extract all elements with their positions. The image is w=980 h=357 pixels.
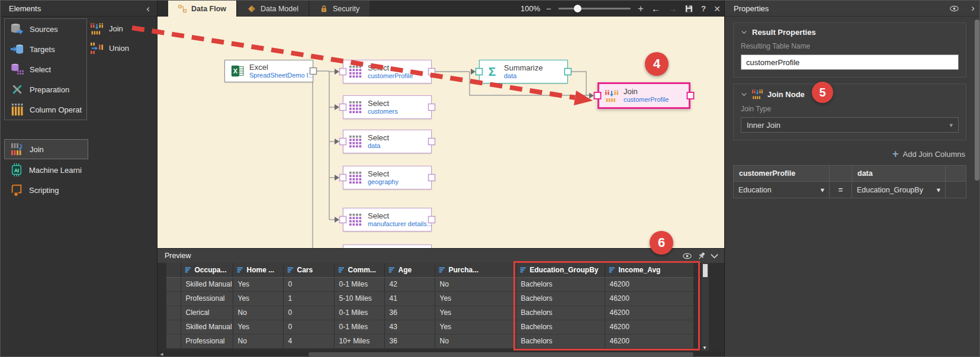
data-flow-icon xyxy=(178,5,187,13)
column-header-education-groupby[interactable]: Education_GroupBy xyxy=(516,263,605,277)
sidebar-item-sources[interactable]: Sources xyxy=(5,19,86,39)
left-column-dropdown[interactable]: Education ▾ xyxy=(738,185,824,194)
help-button[interactable]: ? xyxy=(701,5,706,13)
caret-down-icon: ▾ xyxy=(937,185,940,194)
node-subtitle: SpreadSheetDemo I... xyxy=(249,72,314,79)
sidebar-item-preparation[interactable]: Preparation xyxy=(5,79,86,99)
join-node-header[interactable]: Join Node xyxy=(741,89,959,99)
sidebar-item-join[interactable]: Join xyxy=(4,139,88,159)
join-node-section: Join Node Join Type Inner Join ▾ xyxy=(733,83,966,140)
redo-button[interactable]: → xyxy=(668,4,677,13)
column-header-cars[interactable]: Cars xyxy=(283,263,334,277)
eye-icon[interactable] xyxy=(682,251,692,261)
preview-header: Preview xyxy=(158,248,724,263)
join-left-table-header: customerProfile xyxy=(734,166,830,182)
node-partial-clipped[interactable] xyxy=(343,245,432,248)
horizontal-scrollbar[interactable]: ◄ xyxy=(158,351,724,357)
caret-down-icon: ▾ xyxy=(949,121,953,129)
data-flow-canvas[interactable]: Excel SpreadSheetDemo I... Select custom… xyxy=(158,17,724,248)
properties-header: Properties › xyxy=(725,1,980,17)
sidebar-item-targets[interactable]: Targets xyxy=(5,39,86,59)
node-select-customers[interactable]: Select customers xyxy=(343,95,432,119)
pin-icon[interactable] xyxy=(696,251,706,261)
sidebar-item-scripting[interactable]: Scripting xyxy=(4,180,87,200)
vertical-scrollbar-thumb[interactable] xyxy=(703,264,708,277)
node-subtitle: customerProfile xyxy=(624,96,669,104)
tab-data-model[interactable]: Data Model xyxy=(237,1,309,17)
join-columns-table: customerProfile data Education ▾ xyxy=(733,165,966,198)
scroll-down-arrow[interactable]: ▼ xyxy=(702,345,707,350)
step-badge-6: 6 xyxy=(650,231,673,255)
flyout-item-label: Union xyxy=(109,44,129,53)
sidebar-item-select[interactable]: Select xyxy=(5,59,86,79)
chevron-down-icon[interactable] xyxy=(709,251,719,261)
tab-label: Data Model xyxy=(261,5,298,13)
column-header-commute[interactable]: Comm... xyxy=(334,263,384,277)
zoom-slider-handle[interactable] xyxy=(574,5,581,12)
undo-button[interactable]: ← xyxy=(651,4,660,13)
properties-scrollbar[interactable] xyxy=(975,18,979,353)
node-summarize-data[interactable]: Σ Summarize data xyxy=(479,60,568,83)
step-badge-4: 4 xyxy=(645,52,669,76)
tab-label: Data Flow xyxy=(191,5,226,13)
join-right-table-header: data xyxy=(852,166,946,182)
node-select-manufacturer-details[interactable]: Select manufacturer details... xyxy=(343,208,432,231)
zoom-in-button[interactable]: + xyxy=(638,4,644,14)
node-join-customerprofile[interactable]: Join customerProfile xyxy=(597,82,690,109)
column-header-occupation[interactable]: Occupa... xyxy=(181,263,233,277)
vertical-scrollbar[interactable]: ▼ xyxy=(702,263,709,351)
tab-security[interactable]: Security xyxy=(310,1,369,17)
table-row: ProfessionalNo410+ Miles36NoBachelors462… xyxy=(166,334,693,348)
horizontal-scrollbar-thumb[interactable] xyxy=(309,352,693,356)
join-icon xyxy=(11,143,24,156)
zoom-slider[interactable] xyxy=(558,8,631,9)
union-element-icon xyxy=(91,42,103,54)
sort-icon xyxy=(520,266,527,274)
grid-icon xyxy=(349,171,362,184)
targets-icon xyxy=(11,43,24,56)
sidebar-item-machine-learning[interactable]: Machine Learni... xyxy=(4,160,87,180)
resulting-table-name-input[interactable] xyxy=(741,54,959,70)
sidebar-item-label: Sources xyxy=(30,25,58,34)
collapse-sidebar-icon[interactable]: ‹ xyxy=(146,4,150,14)
tab-data-flow[interactable]: Data Flow xyxy=(168,1,236,17)
node-excel-source[interactable]: Excel SpreadSheetDemo I... xyxy=(224,60,313,82)
node-title: Join xyxy=(624,88,669,96)
table-row: Skilled ManualYes00-1 Miles42NoBachelors… xyxy=(166,277,693,291)
join-column-row: Education ▾ = Education_GroupBy ▾ xyxy=(734,182,966,198)
security-icon xyxy=(320,5,328,13)
right-column-dropdown[interactable]: Education_GroupBy ▾ xyxy=(857,185,940,194)
save-button[interactable] xyxy=(685,4,693,13)
join-type-dropdown[interactable]: Inner Join ▾ xyxy=(741,117,959,133)
sort-icon xyxy=(185,266,192,274)
add-join-columns-label: Add Join Columns xyxy=(903,150,966,159)
column-header-home[interactable]: Home ... xyxy=(233,263,283,277)
sidebar-title: Elements xyxy=(9,4,41,13)
node-select-geography[interactable]: Select geography xyxy=(343,166,432,189)
properties-scrollbar-thumb[interactable] xyxy=(975,20,979,181)
chevron-down-icon xyxy=(741,29,747,36)
result-properties-header[interactable]: Result Properties xyxy=(741,28,959,37)
expand-panel-icon[interactable]: › xyxy=(971,2,975,14)
node-subtitle: data xyxy=(368,142,389,150)
preview-panel: Preview Occupa... Home ... Cars Comm... … xyxy=(158,248,724,357)
add-join-columns-button[interactable]: + Add Join Columns xyxy=(733,149,965,159)
node-subtitle: data xyxy=(504,72,543,80)
sigma-icon: Σ xyxy=(486,65,499,78)
column-header-age[interactable]: Age xyxy=(384,263,435,277)
flyout-item-union[interactable]: Union xyxy=(88,38,157,58)
flyout-item-join[interactable]: Join xyxy=(88,19,157,38)
column-header-income-avg[interactable]: Income_Avg xyxy=(605,263,693,277)
close-button[interactable]: ✕ xyxy=(714,5,721,13)
node-select-data[interactable]: Select data xyxy=(343,130,432,153)
scroll-left-arrow[interactable]: ◄ xyxy=(159,352,164,357)
join-flyout: Join Union xyxy=(88,19,157,58)
sidebar-item-column-operations[interactable]: Column Operat... xyxy=(5,99,86,120)
node-select-customerprofile[interactable]: Select customerProfile xyxy=(343,60,432,83)
join-operator: = xyxy=(830,182,852,198)
column-header-purchase[interactable]: Purcha... xyxy=(435,263,516,277)
tab-label: Security xyxy=(333,5,359,13)
zoom-out-button[interactable]: − xyxy=(546,4,551,13)
join-table-header-row: customerProfile data xyxy=(734,166,966,182)
eye-icon[interactable] xyxy=(949,4,959,14)
